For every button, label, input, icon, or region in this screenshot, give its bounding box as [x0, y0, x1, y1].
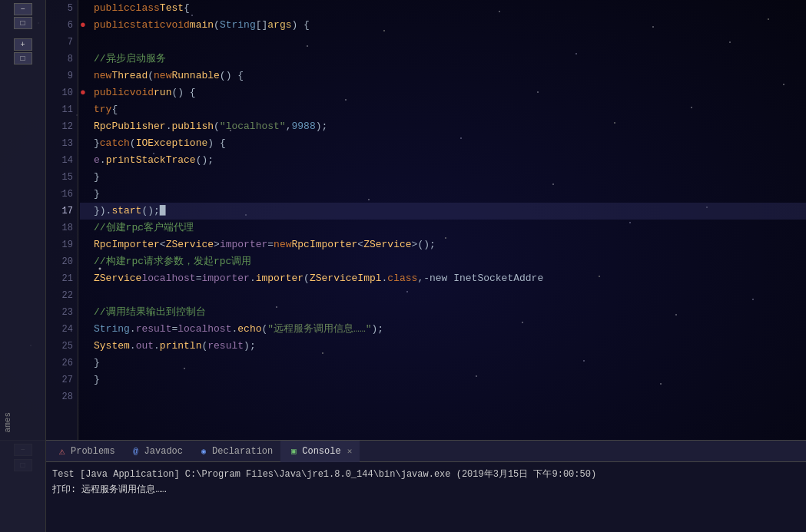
code-token: . — [250, 270, 256, 287]
code-token: = — [267, 236, 274, 253]
code-token: System — [94, 338, 130, 355]
code-line-13: } catch (IOException e) { — [80, 135, 806, 152]
code-token: { — [111, 101, 118, 118]
line-num-18: 18 — [46, 220, 73, 236]
code-token: ); — [244, 338, 256, 355]
code-token: ( — [303, 270, 310, 287]
code-token: run — [154, 84, 171, 101]
code-line-11: try { — [80, 101, 806, 118]
code-token: result — [207, 338, 244, 355]
code-token: localhost — [141, 270, 195, 287]
code-editor: 5678910111213141516171819202122232425262… — [46, 0, 806, 440]
code-token: main — [190, 17, 214, 34]
code-token: publish — [171, 118, 214, 135]
line-num-23: 23 — [46, 304, 73, 321]
code-token: importer — [220, 236, 267, 253]
code-token: { — [184, 0, 190, 17]
code-token: void — [166, 17, 190, 34]
line-num-7: 7 — [46, 34, 73, 51]
code-line-17: }).start();█ — [80, 203, 806, 220]
code-token: (); — [141, 203, 159, 220]
code-line-16: } — [80, 186, 806, 203]
bottom-panel: ⚠Problems@Javadoc◉Declaration▣Console✕ T… — [46, 440, 806, 532]
code-token: String — [220, 17, 256, 34]
code-token: String — [94, 321, 130, 338]
code-token: new — [274, 236, 291, 253]
line-num-13: 13 — [46, 135, 73, 152]
code-token: public — [94, 17, 130, 34]
line-num-9: 9 — [46, 68, 73, 84]
code-token: ) { — [207, 135, 225, 152]
code-line-26: } — [80, 355, 806, 372]
tab-label-javadoc: Javadoc — [144, 446, 183, 457]
code-token: ( — [130, 135, 136, 152]
breakpoint-dot: ● — [80, 87, 86, 98]
line-num-15: 15 — [46, 169, 73, 186]
sidebar-btn-plus[interactable]: + — [14, 38, 32, 51]
line-num-19: 19 — [46, 236, 73, 253]
code-token: printStackTrace — [106, 152, 196, 169]
code-token: try — [94, 101, 111, 118]
code-token: . — [231, 321, 237, 338]
code-token: RpcImporter — [94, 236, 160, 253]
sidebar-controls: − □ + □ — [0, 0, 45, 64]
problems-icon: ⚠ — [57, 446, 68, 457]
code-token: //调用结果输出到控制台 — [94, 304, 206, 321]
code-token: ZServiceImpl — [310, 270, 382, 287]
code-token: Runnable — [171, 68, 219, 84]
code-token: ZService — [363, 236, 411, 253]
code-token: out — [136, 338, 154, 355]
code-token: ( — [201, 338, 207, 355]
code-token: } — [94, 355, 100, 372]
code-token: ( — [214, 17, 220, 34]
code-line-12: RpcPublisher.publish("localhost",9988); — [80, 118, 806, 135]
sidebar-btn-square2[interactable]: □ — [14, 52, 32, 64]
code-token: () { — [220, 68, 244, 84]
code-token: . — [130, 338, 136, 355]
code-token: █ — [160, 203, 166, 220]
code-token: Thread — [111, 68, 148, 84]
console-command-line: Test [Java Application] C:\Program Files… — [52, 465, 800, 481]
line-prefix-10: ● — [80, 84, 94, 101]
code-line-5: public class Test { — [80, 0, 806, 17]
line-prefix-6: ● — [80, 17, 94, 34]
tab-label-console: Console — [302, 446, 340, 457]
code-token: ( — [214, 118, 220, 135]
code-token: ( — [148, 68, 154, 84]
panel-content: Test [Java Application] C:\Program Files… — [46, 462, 806, 532]
code-lines[interactable]: public class Test {● public static void … — [80, 0, 806, 440]
code-token: //构建rpc请求参数，发起rpc调用 — [94, 253, 251, 270]
panel-tab-problems[interactable]: ⚠Problems — [49, 441, 123, 462]
main-container: − □ + □ ames 567891011121314151617181920… — [0, 0, 806, 532]
panel-tab-declaration[interactable]: ◉Declaration — [191, 441, 280, 462]
panel-tab-javadoc[interactable]: @Javadoc — [123, 441, 191, 462]
line-num-27: 27 — [46, 372, 73, 388]
code-line-8: //异步启动服务 — [80, 51, 806, 68]
code-token: new — [154, 68, 171, 84]
code-token: Test — [160, 0, 184, 17]
console-output: 打印: 远程服务调用信息…… — [52, 481, 800, 496]
line-num-12: 12 — [46, 118, 73, 135]
code-token: >(); — [412, 236, 436, 253]
code-line-21: ZService localhost = importer.importer(Z… — [80, 270, 806, 287]
declaration-icon: ◉ — [198, 446, 209, 457]
sidebar-btn-minus[interactable]: − — [14, 3, 32, 15]
panel-tab-console[interactable]: ▣Console✕ — [280, 441, 360, 462]
code-token: ); — [372, 321, 384, 338]
code-token: , — [286, 118, 292, 135]
code-token: }). — [94, 203, 111, 220]
code-token: [] — [256, 17, 268, 34]
code-line-20: //构建rpc请求参数，发起rpc调用 — [80, 253, 806, 270]
code-token: . — [130, 321, 136, 338]
code-token: , — [417, 270, 423, 287]
line-num-17: 17 — [46, 203, 73, 220]
sidebar-btn-square1[interactable]: □ — [14, 17, 32, 29]
code-token: echo — [237, 321, 261, 338]
code-token: () { — [171, 84, 195, 101]
code-token: (); — [196, 152, 214, 169]
code-token: //异步启动服务 — [94, 51, 166, 68]
code-token: ZService — [94, 270, 141, 287]
tab-close-btn-console[interactable]: ✕ — [347, 446, 353, 456]
code-token: ZService — [166, 236, 214, 253]
code-token: class — [387, 270, 417, 287]
